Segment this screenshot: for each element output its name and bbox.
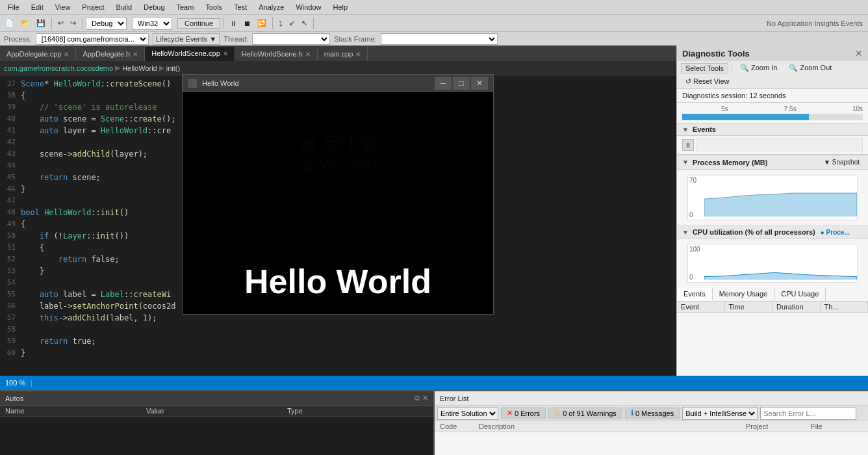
tab-appdelegate-h[interactable]: AppDelegate.h ✕ (76, 47, 145, 61)
menu-bar: File Edit View Project Build Debug Team … (0, 0, 868, 14)
diag-tab-memory[interactable]: Memory Usage (713, 288, 775, 301)
memory-chart: 70 0 (687, 175, 858, 220)
toolbar-save[interactable]: 💾 (34, 18, 48, 29)
menu-build[interactable]: Build (111, 2, 137, 12)
errors-count: 0 Errors (515, 410, 540, 417)
tab-close-3[interactable]: ✕ (305, 51, 311, 58)
toolbar-undo[interactable]: ↩ (55, 18, 66, 29)
toolbar-step-over[interactable]: ⤵ (276, 18, 285, 29)
tab-appdelegate-cpp[interactable]: AppDelegate.cpp ✕ (0, 47, 76, 61)
nav-world[interactable]: HelloWorld (122, 64, 157, 72)
zoom-out-button[interactable]: 🔍 Zoom Out (784, 62, 836, 73)
menu-project[interactable]: Project (77, 2, 109, 12)
events-section-header[interactable]: ▼ Events (677, 123, 868, 136)
diag-title: Diagnostic Tools (682, 49, 750, 58)
build-filter-dropdown[interactable]: Build + IntelliSense (682, 407, 758, 420)
toolbar-step-out[interactable]: ↖ (299, 18, 310, 29)
events-pause[interactable]: ⏸ (682, 139, 694, 151)
autos-panel: Autos ⧉ ✕ Name Value Type (0, 391, 435, 455)
tab-helloworldscene-h[interactable]: HelloWorldScene.h ✕ (235, 47, 318, 61)
select-tools-button[interactable]: Select Tools (681, 63, 728, 73)
code-line: 60} (0, 347, 676, 359)
bottom-panels: Autos ⧉ ✕ Name Value Type Error List Ent… (0, 390, 868, 455)
tab-main-cpp[interactable]: main.cpp ✕ (318, 47, 368, 61)
snapshot-button[interactable]: ▼ Snapshot (821, 157, 863, 167)
toolbar-new[interactable]: 📄 (3, 18, 17, 29)
toolbar-restart[interactable]: 🔁 (255, 18, 269, 29)
tab-close-2[interactable]: ✕ (223, 50, 228, 57)
thread-dropdown[interactable] (252, 33, 330, 45)
nav-root[interactable]: com.gamefromscratch.cocosdemo (4, 64, 113, 72)
errors-button[interactable]: ✕ 0 Errors (501, 408, 546, 419)
tab-close-1[interactable]: ✕ (133, 51, 138, 58)
diag-toolbar: Select Tools | 🔍 Zoom In 🔍 Zoom Out ↺ Re… (677, 61, 868, 89)
tab-helloworldscene-cpp[interactable]: HelloWorldScene.cpp ✕ (145, 47, 235, 61)
toolbar-sep4 (272, 18, 273, 29)
editor-pane: com.gamefromscratch.cocosdemo ▶ HelloWor… (0, 61, 676, 376)
toolbar-open[interactable]: 📂 (18, 18, 32, 29)
menu-team[interactable]: Team (172, 2, 199, 12)
continue-button[interactable]: Continue (177, 18, 220, 29)
menu-view[interactable]: View (50, 2, 76, 12)
diag-tab-cpu[interactable]: CPU Usage (774, 288, 826, 301)
timeline-5s: 5s (721, 105, 728, 112)
cpu-section-header[interactable]: ▼ CPU utilization (% of all processors) … (677, 226, 868, 239)
toolbar-stop[interactable]: ⏹ (241, 18, 253, 29)
error-search-input[interactable] (760, 407, 856, 420)
hello-world-popup[interactable]: Hello World ─ □ ✕ 🔒 安下载anxz.com Hello Wo… (182, 74, 494, 315)
diagnostic-panel: Select Tools | 🔍 Zoom In 🔍 Zoom Out ↺ Re… (676, 61, 868, 376)
toolbar-sep3 (223, 18, 224, 29)
debug-config-dropdown[interactable]: Debug (86, 17, 127, 30)
tab-label: HelloWorldScene.cpp (151, 49, 220, 57)
messages-button[interactable]: ℹ 0 Messages (625, 408, 680, 419)
zoom-in-button[interactable]: 🔍 Zoom In (735, 62, 782, 73)
messages-count: 0 Messages (635, 410, 674, 417)
autos-col-value: Value (146, 407, 287, 415)
tab-close-4[interactable]: ✕ (355, 51, 361, 58)
menu-test[interactable]: Test (229, 2, 252, 12)
toolbar-pause[interactable]: ⏸ (227, 18, 240, 29)
reset-view-button[interactable]: ↺ Reset View (681, 76, 734, 87)
timeline-bar (682, 114, 863, 120)
memory-chart-container: 70 0 (677, 170, 868, 226)
warnings-button[interactable]: ⚠ 0 of 91 Warnings (548, 408, 622, 419)
nav-init[interactable]: init() (166, 64, 180, 72)
hw-maximize[interactable]: □ (453, 77, 470, 90)
hw-close[interactable]: ✕ (471, 77, 488, 90)
menu-tools[interactable]: Tools (200, 2, 227, 12)
editor-statusbar: 100 % | (0, 376, 868, 390)
diag-scroll[interactable]: Diagnostics session: 12 seconds 5s 7.5s … (677, 89, 868, 376)
diag-tab-events[interactable]: Events (677, 288, 713, 301)
process-label: Process: (4, 35, 32, 43)
cpu-proc-label: ● Proce... (821, 229, 850, 236)
autos-close[interactable]: ✕ (422, 394, 428, 402)
autos-col-type: Type (287, 407, 428, 415)
diag-th-duration: Duration (772, 302, 821, 312)
toolbar-sep2 (82, 18, 83, 29)
diag-close[interactable]: ✕ (855, 48, 863, 58)
errors-header: Error List (435, 391, 868, 406)
statusbar-separator: | (31, 379, 32, 387)
menu-window[interactable]: Window (290, 2, 326, 12)
stack-dropdown[interactable] (381, 33, 498, 45)
svg-marker-1 (704, 272, 857, 280)
menu-debug[interactable]: Debug (138, 2, 170, 12)
menu-edit[interactable]: Edit (26, 2, 49, 12)
menu-analyze[interactable]: Analyze (253, 2, 289, 12)
autos-float[interactable]: ⧉ (415, 394, 420, 402)
solution-dropdown[interactable]: Entire Solution (437, 407, 498, 420)
process-dropdown[interactable]: [16408] com.gamefromscra... (36, 33, 149, 45)
err-col-file: File (811, 422, 863, 430)
lifecycle-button[interactable]: Lifecycle Events ▼ (153, 33, 220, 45)
menu-help[interactable]: Help (328, 2, 353, 12)
tab-close-0[interactable]: ✕ (64, 51, 69, 58)
hw-watermark: 🔒 安下载anxz.com (297, 131, 379, 176)
cpu-min: 0 (689, 274, 693, 281)
menu-file[interactable]: File (3, 2, 25, 12)
memory-section-header[interactable]: ▼ Process Memory (MB) ▼ Snapshot (677, 155, 868, 170)
toolbar-step-in[interactable]: ↙ (287, 18, 298, 29)
platform-dropdown[interactable]: Win32 (132, 17, 172, 30)
toolbar-redo[interactable]: ↪ (68, 18, 79, 29)
err-col-desc: Description (479, 422, 746, 430)
hw-minimize[interactable]: ─ (435, 77, 452, 90)
